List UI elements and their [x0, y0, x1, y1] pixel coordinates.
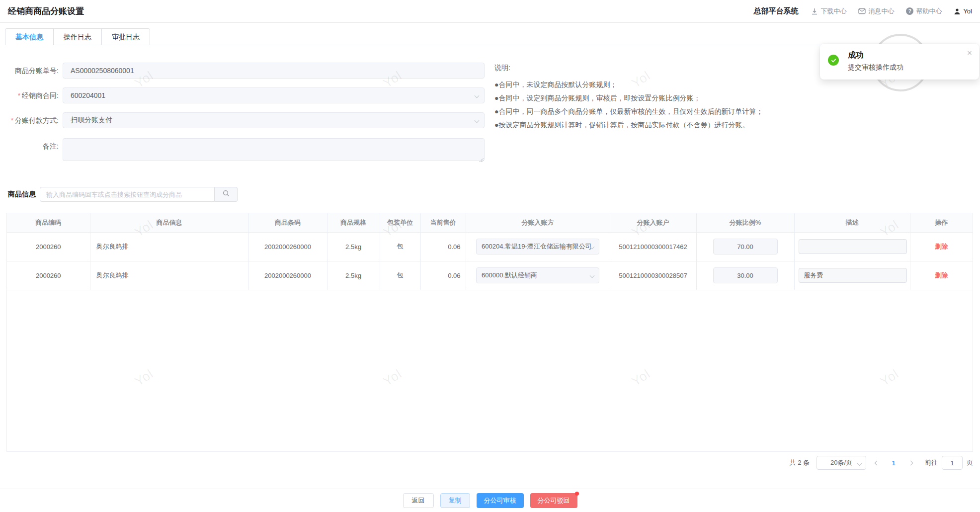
cell-name: 奥尔良鸡排 — [90, 232, 248, 261]
cell-name: 奥尔良鸡排 — [90, 261, 248, 290]
cell-account: 5001210000300017462 — [610, 232, 696, 261]
copy-button[interactable]: 复制 — [440, 493, 470, 508]
col-header: 商品规格 — [327, 213, 380, 232]
toast-title: 成功 — [848, 50, 864, 61]
branch-reject-button[interactable]: 分公司驳回 — [530, 493, 577, 508]
party-select-value: 600000.默认经销商 — [482, 271, 537, 280]
party-select[interactable]: 600204.常温19-潭江仓储运输有限公司 — [476, 239, 599, 255]
top-nav: 总部平台系统 下载中心 消息中心 帮助中心 Yol — [753, 6, 972, 16]
page-number-current[interactable]: 1 — [887, 459, 900, 467]
field-order-no: 商品分账单号: — [0, 63, 485, 79]
cell-unit: 包 — [380, 232, 420, 261]
page-size-select[interactable]: 20条/页 — [817, 456, 866, 470]
col-header: 商品条码 — [248, 213, 327, 232]
chevron-down-icon — [590, 273, 595, 278]
success-toast: 成功 提交审核操作成功 × — [820, 44, 979, 80]
resize-handle-icon[interactable] — [479, 157, 484, 162]
field-label: *经销商合同: — [0, 87, 59, 103]
page-title: 经销商商品分账设置 — [8, 5, 84, 17]
col-header: 商品信息 — [90, 213, 248, 232]
ratio-input[interactable] — [713, 239, 778, 255]
product-section: 商品信息 — [8, 187, 238, 202]
cell-account: 5001210000300028507 — [610, 261, 696, 290]
goto-unit-label: 页 — [967, 458, 973, 467]
next-page-button[interactable] — [904, 456, 917, 470]
desc-input[interactable] — [799, 239, 907, 254]
nav-label: 帮助中心 — [916, 7, 942, 16]
field-label: *分账付款方式: — [0, 112, 59, 128]
party-select[interactable]: 600000.默认经销商 — [476, 267, 599, 283]
system-name: 总部平台系统 — [753, 6, 798, 16]
close-icon[interactable]: × — [967, 49, 972, 57]
remark-textarea[interactable] — [63, 138, 485, 161]
delete-link[interactable]: 删除 — [935, 271, 948, 279]
cell-barcode: 2002000260000 — [248, 261, 327, 290]
required-mark: * — [18, 91, 20, 99]
pagination: 共 2 条 20条/页 1 前往 页 — [790, 455, 973, 470]
goto-label: 前往 — [925, 458, 938, 467]
cell-price: 0.06 — [420, 232, 466, 261]
branch-audit-button[interactable]: 分公司审核 — [477, 493, 524, 508]
page-size-value: 20条/页 — [830, 458, 852, 467]
notes-title: 说明: — [494, 64, 862, 73]
cell-code: 2000260 — [7, 261, 90, 290]
nav-help-center[interactable]: 帮助中心 — [906, 7, 942, 16]
delete-link[interactable]: 删除 — [935, 243, 948, 250]
table-row: 2000260 奥尔良鸡排 2002000260000 2.5kg 包 0.06… — [7, 232, 973, 261]
cell-price: 0.06 — [420, 261, 466, 290]
note-item: ●按设定商品分账规则计算时，促销计算后，按商品实际付款（不含券）进行分账。 — [494, 120, 862, 130]
download-icon — [811, 8, 818, 15]
cell-code: 2000260 — [7, 232, 90, 261]
product-search-input[interactable] — [40, 187, 215, 202]
tab-basic-info[interactable]: 基本信息 — [5, 28, 54, 45]
note-item: ●合同中，未设定商品按默认分账规则； — [494, 80, 862, 89]
pay-method-select[interactable] — [63, 112, 485, 128]
nav-label: 下载中心 — [820, 7, 846, 16]
ratio-input[interactable] — [713, 267, 778, 283]
notification-dot — [575, 492, 579, 496]
tab-approval-log[interactable]: 审批日志 — [102, 28, 150, 45]
nav-download-center[interactable]: 下载中心 — [811, 7, 846, 16]
required-mark: * — [11, 116, 13, 124]
help-icon — [906, 7, 913, 15]
col-header: 描述 — [794, 213, 910, 232]
order-no-input[interactable] — [63, 63, 485, 79]
contract-select[interactable] — [63, 87, 485, 103]
col-header: 分账入账户 — [610, 213, 696, 232]
table-header-row: 商品编码 商品信息 商品条码 商品规格 包装单位 当前售价 分账入账方 分账入账… — [7, 213, 973, 232]
prev-page-button[interactable] — [870, 456, 883, 470]
field-remark: 备注: — [0, 138, 485, 163]
desc-input[interactable] — [799, 268, 907, 283]
chevron-left-icon — [874, 460, 879, 465]
field-label: 商品分账单号: — [0, 63, 59, 79]
cell-spec: 2.5kg — [327, 232, 380, 261]
col-header: 操作 — [910, 213, 973, 232]
search-icon — [223, 190, 230, 199]
toast-message: 提交审核操作成功 — [848, 63, 903, 72]
goto-page-input[interactable] — [942, 456, 963, 470]
mail-icon — [858, 8, 866, 14]
contract-select-value[interactable] — [63, 87, 485, 103]
success-check-icon — [828, 55, 839, 66]
field-contract: *经销商合同: — [0, 87, 485, 103]
user-name: Yol — [963, 7, 972, 15]
chevron-down-icon — [857, 461, 862, 466]
user-menu[interactable]: Yol — [954, 7, 972, 15]
search-button[interactable] — [215, 187, 238, 202]
back-button[interactable]: 返回 — [403, 493, 434, 508]
tab-bar: 基本信息 操作日志 审批日志 — [5, 28, 973, 45]
field-pay-method: *分账付款方式: — [0, 112, 485, 128]
user-icon — [954, 8, 961, 15]
nav-message-center[interactable]: 消息中心 — [858, 7, 894, 16]
col-header: 商品编码 — [7, 213, 90, 232]
pagination-total: 共 2 条 — [790, 458, 810, 467]
app-header: 经销商商品分账设置 总部平台系统 下载中心 消息中心 帮助中心 Yol — [0, 0, 980, 23]
field-label: 备注: — [0, 138, 59, 154]
cell-unit: 包 — [380, 261, 420, 290]
tab-operation-log[interactable]: 操作日志 — [54, 28, 102, 45]
action-footer: 返回 复制 分公司审核 分公司驳回 — [0, 489, 980, 512]
chevron-right-icon — [908, 460, 913, 465]
branch-reject-label: 分公司驳回 — [538, 497, 570, 504]
pay-method-select-value[interactable] — [63, 112, 485, 128]
table-row: 2000260 奥尔良鸡排 2002000260000 2.5kg 包 0.06… — [7, 261, 973, 290]
